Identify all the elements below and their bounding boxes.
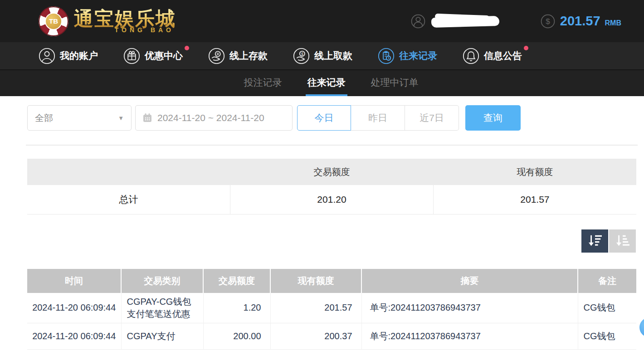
nav-item-deposit[interactable]: 线上存款 xyxy=(208,48,268,64)
gift-icon xyxy=(123,48,140,64)
records-header-row: 时间 交易类别 交易额度 现有额度 摘要 备注 xyxy=(27,269,636,293)
site-logo[interactable]: TB 通宝娱乐城 TONG BAO xyxy=(39,6,176,36)
filter-row: 全部 ▼ 2024-11-20 ~ 2024-11-20 今日 昨日 近7日 查… xyxy=(27,105,644,131)
nav-label: 线上取款 xyxy=(314,49,352,62)
cell-summary: 单号:202411203786943737 xyxy=(361,323,578,349)
quick-range-group: 今日 昨日 近7日 xyxy=(297,105,459,131)
table-row: 2024-11-20 06:09:44 CGPAY支付 200.00 200.3… xyxy=(27,323,636,349)
range-today-button[interactable]: 今日 xyxy=(297,105,351,131)
date-range-input[interactable]: 2024-11-20 ~ 2024-11-20 xyxy=(135,105,293,131)
deposit-hand-coin-icon xyxy=(208,48,225,64)
nav-label: 信息公告 xyxy=(484,49,522,62)
summary-header-current-amount: 现有额度 xyxy=(433,159,636,185)
calendar-icon xyxy=(142,112,153,123)
sort-descending-icon xyxy=(587,234,603,248)
range-last7days-button[interactable]: 近7日 xyxy=(405,105,459,131)
type-select[interactable]: 全部 ▼ xyxy=(27,105,132,131)
cell-note: CG钱包 xyxy=(578,323,636,349)
sort-ascending-icon xyxy=(615,234,630,248)
nav-label: 往来记录 xyxy=(399,49,437,62)
content-area: 全部 ▼ 2024-11-20 ~ 2024-11-20 今日 昨日 近7日 查… xyxy=(0,96,644,350)
records-table: 时间 交易类别 交易额度 现有额度 摘要 备注 2024-11-20 06:09… xyxy=(27,269,636,350)
masked-username xyxy=(431,14,499,29)
table-row: 2024-11-20 06:09:44 CGPAY-CG钱包支付笔笔送优惠 1.… xyxy=(27,293,636,323)
nav-label: 我的账户 xyxy=(60,49,98,62)
summary-header-transaction-amount: 交易额度 xyxy=(230,159,434,185)
cell-amount: 1.20 xyxy=(203,293,270,323)
chip-monogram: TB xyxy=(45,13,62,30)
nav-item-promotions[interactable]: 优惠中心 xyxy=(123,48,183,64)
notification-dot xyxy=(524,46,528,50)
user-avatar-icon xyxy=(410,14,426,29)
sub-tabbar: 投注记录 往来记录 处理中订单 xyxy=(0,70,644,96)
summary-transaction-amount: 201.20 xyxy=(230,185,434,214)
summary-current-amount: 201.57 xyxy=(433,185,636,214)
cell-note: CG钱包 xyxy=(578,293,636,323)
summary-total-label: 总计 xyxy=(27,185,230,214)
cell-summary: 单号:202411203786943737 xyxy=(361,293,578,323)
nav-label: 优惠中心 xyxy=(145,49,183,62)
user-account[interactable] xyxy=(410,14,499,29)
nav-item-announcements[interactable]: 信息公告 xyxy=(463,48,522,64)
user-icon xyxy=(39,48,55,64)
cell-time: 2024-11-20 06:09:44 xyxy=(27,293,121,323)
casino-chip-icon: TB xyxy=(39,6,68,36)
tab-pending-orders[interactable]: 处理中订单 xyxy=(369,70,420,96)
cell-amount: 200.00 xyxy=(203,323,270,349)
col-header-balance: 现有额度 xyxy=(270,269,361,293)
col-header-type: 交易类别 xyxy=(121,269,203,293)
withdraw-hand-coin-icon: $ xyxy=(293,48,310,64)
sort-ascending-button[interactable] xyxy=(609,229,636,253)
tab-transaction-records[interactable]: 往来记录 xyxy=(306,70,347,96)
col-header-summary: 摘要 xyxy=(361,269,578,293)
main-navbar: 我的账户 优惠中心 线上存款 $ 线上取款 xyxy=(0,42,644,70)
notification-dot xyxy=(185,46,189,50)
dollar-coin-icon: $ xyxy=(540,14,556,29)
query-button[interactable]: 查询 xyxy=(465,105,521,131)
date-range-value: 2024-11-20 ~ 2024-11-20 xyxy=(157,112,264,123)
header-right: $ 201.57 RMB xyxy=(410,0,621,42)
col-header-time: 时间 xyxy=(27,269,121,293)
svg-text:$: $ xyxy=(546,17,550,25)
tab-betting-records[interactable]: 投注记录 xyxy=(242,70,284,96)
nav-item-withdraw[interactable]: $ 线上取款 xyxy=(293,48,352,64)
top-header: TB 通宝娱乐城 TONG BAO $ 201.57 RMB xyxy=(0,0,644,42)
cell-time: 2024-11-20 06:09:44 xyxy=(27,323,121,349)
records-clipboard-clock-icon xyxy=(378,48,395,64)
sort-descending-button[interactable] xyxy=(581,229,608,253)
nav-item-transaction-records[interactable]: 往来记录 xyxy=(378,48,437,64)
range-yesterday-button[interactable]: 昨日 xyxy=(351,105,405,131)
cell-balance: 200.37 xyxy=(270,323,361,349)
summary-header-empty xyxy=(27,159,230,185)
col-header-amount: 交易额度 xyxy=(203,269,270,293)
nav-item-my-account[interactable]: 我的账户 xyxy=(39,48,98,64)
balance-currency: RMB xyxy=(605,19,621,27)
type-select-value: 全部 xyxy=(35,112,53,124)
cell-type: CGPAY支付 xyxy=(121,323,203,349)
summary-header-row: 交易额度 现有额度 xyxy=(27,159,636,185)
balance-display[interactable]: $ 201.57 RMB xyxy=(540,14,621,29)
section-divider xyxy=(26,145,638,146)
logo-text: 通宝娱乐城 TONG BAO xyxy=(74,9,176,34)
cell-balance: 201.57 xyxy=(270,293,361,323)
balance-amount: 201.57 xyxy=(560,14,600,29)
nav-label: 线上存款 xyxy=(229,49,268,62)
cell-type: CGPAY-CG钱包支付笔笔送优惠 xyxy=(121,293,203,323)
summary-total-row: 总计 201.20 201.57 xyxy=(27,185,636,214)
sort-controls xyxy=(27,229,636,253)
svg-text:$: $ xyxy=(301,51,303,56)
chevron-down-icon: ▼ xyxy=(118,115,124,122)
summary-table: 交易额度 现有额度 总计 201.20 201.57 xyxy=(27,159,636,214)
col-header-note: 备注 xyxy=(578,269,636,293)
logo-title-en: TONG BAO xyxy=(115,26,176,34)
bell-icon xyxy=(463,48,479,64)
